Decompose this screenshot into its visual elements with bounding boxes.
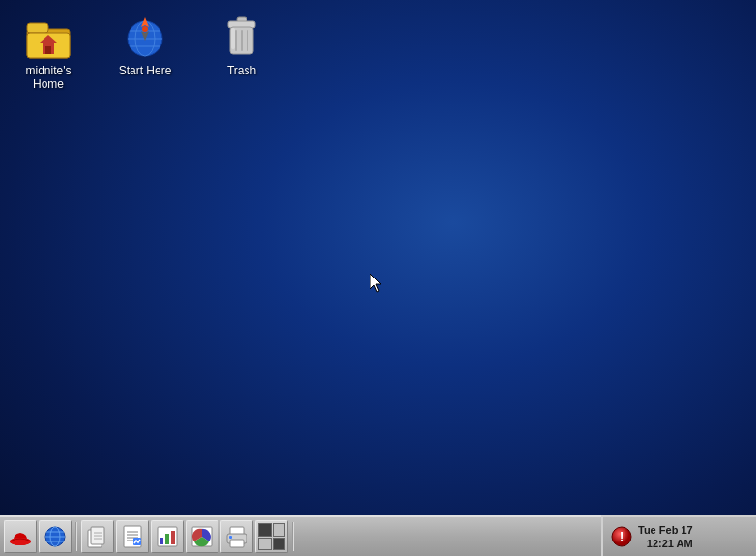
clock-date: Tue Feb 17 bbox=[638, 523, 693, 537]
document-button[interactable] bbox=[116, 520, 149, 553]
pie-icon bbox=[189, 524, 215, 549]
svg-text:!: ! bbox=[620, 529, 625, 544]
home-icon-img bbox=[25, 14, 72, 60]
doc-icon bbox=[120, 524, 145, 549]
network-alert-tray-icon[interactable]: ! bbox=[611, 526, 632, 547]
system-clock[interactable]: Tue Feb 17 12:21 AM bbox=[638, 523, 693, 551]
svg-rect-20 bbox=[231, 28, 235, 49]
taskbar-separator-2 bbox=[292, 522, 294, 551]
printer-button[interactable] bbox=[220, 520, 253, 553]
chart-icon bbox=[155, 524, 180, 549]
clock-time: 12:21 AM bbox=[647, 537, 693, 550]
svg-rect-48 bbox=[230, 540, 244, 547]
mouse-cursor bbox=[370, 274, 384, 293]
svg-rect-5 bbox=[45, 46, 51, 54]
desktop-toggle-button[interactable] bbox=[255, 520, 288, 553]
svg-rect-41 bbox=[160, 538, 163, 544]
file-manager-button[interactable] bbox=[81, 520, 114, 553]
printer-icon bbox=[224, 524, 249, 549]
desktop-icons: midnite's Home Start Here bbox=[10, 10, 280, 96]
trash-icon[interactable]: Trash bbox=[203, 10, 280, 81]
files-icon bbox=[85, 524, 110, 549]
home-icon-label: midnite's Home bbox=[14, 64, 83, 92]
svg-marker-21 bbox=[370, 274, 381, 292]
taskbar-separator-1 bbox=[75, 522, 77, 551]
starthere-icon[interactable]: Start Here bbox=[106, 10, 184, 81]
web-browser-button[interactable] bbox=[39, 520, 72, 553]
redhat-button[interactable] bbox=[4, 520, 37, 553]
svg-rect-49 bbox=[229, 536, 232, 539]
svg-rect-42 bbox=[165, 534, 169, 544]
home-icon[interactable]: midnite's Home bbox=[10, 10, 87, 96]
system-tray: ! Tue Feb 17 12:21 AM bbox=[601, 515, 756, 556]
taskbar: ! Tue Feb 17 12:21 AM bbox=[0, 515, 756, 556]
trash-icon-img bbox=[218, 14, 265, 60]
presentation-button[interactable] bbox=[186, 520, 218, 553]
svg-rect-1 bbox=[27, 23, 48, 33]
svg-point-13 bbox=[142, 26, 148, 32]
redhat-icon bbox=[8, 524, 33, 549]
network-alert-icon: ! bbox=[611, 526, 632, 547]
dual-squares-icon bbox=[258, 523, 285, 550]
globe-icon bbox=[43, 524, 68, 549]
spreadsheet-button[interactable] bbox=[151, 520, 184, 553]
starthere-icon-label: Start Here bbox=[119, 64, 172, 77]
svg-rect-43 bbox=[171, 531, 175, 544]
starthere-icon-img bbox=[122, 14, 168, 60]
desktop: midnite's Home Start Here bbox=[0, 0, 756, 556]
trash-icon-label: Trash bbox=[227, 64, 256, 77]
